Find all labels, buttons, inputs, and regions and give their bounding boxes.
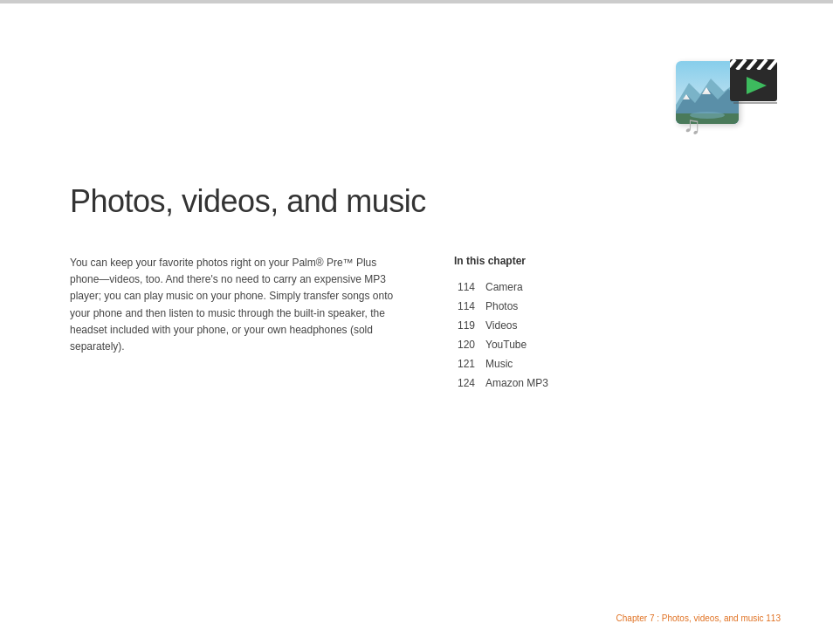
page: ♫ (0, 0, 833, 644)
toc-item: 121 Music (454, 356, 763, 372)
toc-label: Music (485, 356, 513, 372)
music-notes-icon: ♫ (683, 112, 701, 140)
toc-page-number: 114 (454, 298, 475, 314)
footer-chapter-text: Chapter 7 : Photos, videos, and music 11… (616, 613, 781, 623)
icon-group: ♫ (676, 52, 781, 140)
main-content: Photos, videos, and music You can keep y… (70, 183, 763, 394)
toc-page-number: 120 (454, 337, 475, 353)
toc-item: 114 Camera (454, 279, 763, 295)
toc-label: Amazon MP3 (485, 375, 548, 391)
toc-label: Videos (485, 318, 517, 333)
toc-item: 120 YouTube (454, 337, 763, 353)
left-column: You can keep your favorite photos right … (70, 255, 402, 394)
right-column: In this chapter 114 Camera 114 Photos 11… (454, 255, 763, 394)
toc-page-number: 114 (454, 279, 475, 295)
toc-item: 114 Photos (454, 298, 763, 314)
toc-label: Photos (485, 298, 518, 314)
two-column-layout: You can keep your favorite photos right … (70, 255, 763, 394)
body-text: You can keep your favorite photos right … (70, 255, 402, 355)
toc-page-number: 124 (454, 375, 475, 391)
toc-page-number: 121 (454, 356, 475, 372)
toc-item: 124 Amazon MP3 (454, 375, 763, 391)
header-icons: ♫ (676, 52, 781, 140)
clapperboard-icon (726, 52, 781, 106)
chapter-title: Photos, videos, and music (70, 183, 763, 220)
top-bar (0, 0, 833, 3)
toc-list: 114 Camera 114 Photos 119 Videos 120 You… (454, 279, 763, 391)
in-this-chapter-heading: In this chapter (454, 255, 763, 267)
toc-page-number: 119 (454, 318, 475, 333)
toc-label: YouTube (485, 337, 527, 353)
footer: Chapter 7 : Photos, videos, and music 11… (616, 613, 781, 623)
toc-label: Camera (485, 279, 523, 295)
toc-item: 119 Videos (454, 318, 763, 333)
